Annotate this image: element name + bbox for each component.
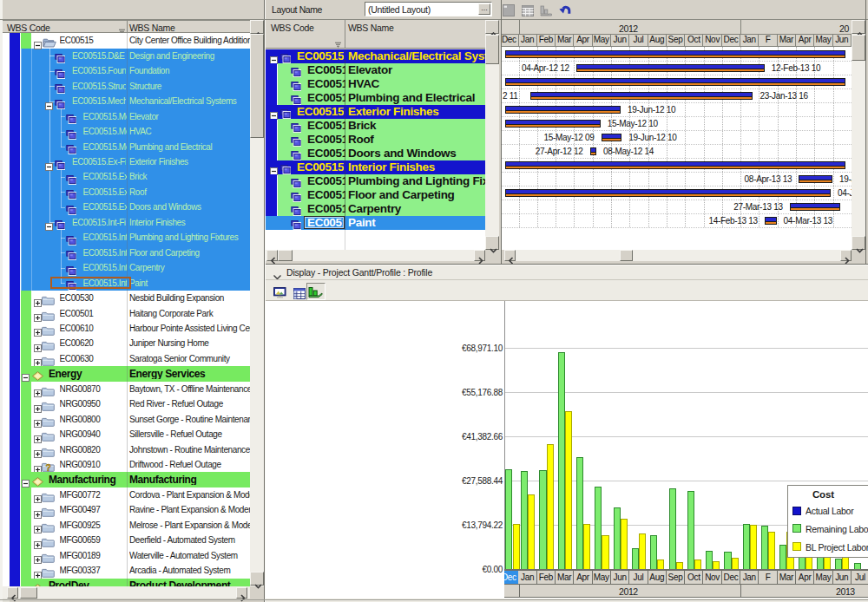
svg-text:?: ?: [46, 462, 51, 472]
